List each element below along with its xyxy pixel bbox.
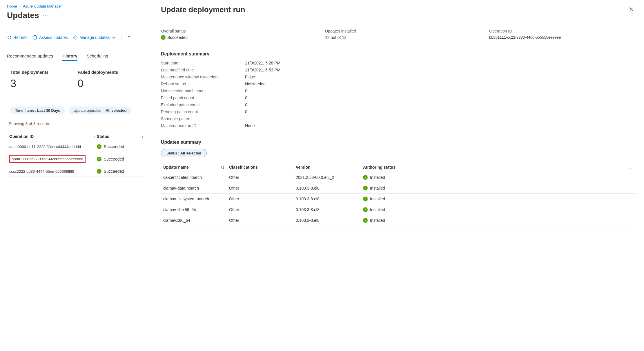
page-title: Updates <box>7 11 39 20</box>
table-row[interactable]: clamav.x86_64Other0.103.3-8.el8Installed <box>161 215 636 226</box>
summary-key: Excluded patch count <box>161 102 245 107</box>
status-filter-label: Status : <box>166 151 180 155</box>
assess-updates-button[interactable]: Assess updates <box>33 35 68 40</box>
summary-key: Schedule pattern <box>161 116 245 121</box>
success-icon <box>363 186 368 190</box>
authoring-status-cell: Installed <box>363 218 636 223</box>
table-row[interactable]: clamav-lib.x86_64Other0.103.3-8.el8Insta… <box>161 204 636 215</box>
breadcrumb-sep: › <box>64 4 65 8</box>
classification-cell: Other <box>229 197 296 201</box>
column-label: Authoring status <box>363 165 396 170</box>
status-filter[interactable]: Status : All selected <box>161 149 207 157</box>
table-row[interactable]: cccc2222-dd33-4444-55ee-666666ffffffSucc… <box>7 166 147 177</box>
summary-value: NotNeeded <box>245 82 636 86</box>
authoring-status-cell: Installed <box>363 197 636 201</box>
tab-history[interactable]: History <box>62 53 77 61</box>
overall-status: Overall status Succeeded <box>161 29 308 40</box>
summary-value: None <box>245 123 636 128</box>
svg-point-2 <box>75 37 76 38</box>
summary-value: False <box>245 75 636 79</box>
kpi-total-value: 3 <box>10 78 48 90</box>
status-cell: Succeeded <box>97 157 143 161</box>
version-cell: 2021.2.50-80.0.el8_2 <box>296 175 363 180</box>
kpi-failed-label: Failed deployments <box>77 70 118 75</box>
close-icon <box>629 7 634 12</box>
success-icon <box>363 207 368 212</box>
manage-updates-button[interactable]: Manage updates <box>73 35 116 40</box>
column-label: Status <box>97 134 109 139</box>
status-text: Succeeded <box>104 169 124 174</box>
classification-cell: Other <box>229 207 296 212</box>
sort-icon: ↑↓ <box>140 134 143 138</box>
breadcrumb-home[interactable]: Home <box>7 4 17 8</box>
operation-id: Operation ID bbbb1111-cc22-3333-44dd-555… <box>489 29 636 40</box>
update-name-cell: clamav-data.noarch <box>161 186 229 190</box>
operation-id-label: Operation ID <box>489 29 636 33</box>
success-icon <box>363 175 368 180</box>
updates-table: Update name↑↓ Classifications↑↓ Version … <box>161 163 636 226</box>
refresh-button[interactable]: Refresh <box>7 35 28 40</box>
column-authoring-status[interactable]: Authoring status↑↓ <box>363 165 636 170</box>
update-name-cell: clamav-filesystem.noarch <box>161 197 229 201</box>
tab-scheduling[interactable]: Scheduling <box>87 53 108 61</box>
summary-value: 0 <box>245 96 636 100</box>
column-label: Version <box>296 165 311 170</box>
summary-key: Reboot status <box>161 82 245 86</box>
success-icon <box>97 157 101 161</box>
table-row[interactable]: bbbb1111-cc22-3333-44dd-555555eeeeeeSucc… <box>7 152 147 166</box>
breadcrumb-service[interactable]: Azure Update Manager <box>23 4 62 8</box>
breadcrumb-sep: › <box>19 4 21 8</box>
column-label: Operation ID <box>9 134 34 139</box>
summary-key: Start time <box>161 61 245 65</box>
sort-icon: ↑↓ <box>627 165 631 170</box>
version-cell: 0.103.3-8.el8 <box>296 197 363 201</box>
status-text: Installed <box>370 175 385 180</box>
tabs: Recommended updates History Scheduling <box>7 53 147 61</box>
status-cell: Succeeded <box>97 144 143 149</box>
kpi-total-label: Total deployments <box>10 70 48 75</box>
summary-value: 0 <box>245 89 636 93</box>
records-count: Showing 3 of 3 records <box>7 121 147 126</box>
status-text: Installed <box>370 197 385 201</box>
column-label: Update name <box>163 165 189 170</box>
sort-icon: ↑↓ <box>220 165 224 170</box>
upload-button[interactable] <box>127 35 131 40</box>
table-row[interactable]: aaaa0000-bb11-2222-33cc-444444ddddddSucc… <box>7 141 147 152</box>
filter-timeframe[interactable]: Time frame : Last 30 Days <box>10 107 65 114</box>
flyout-title: Update deployment run <box>161 5 245 14</box>
update-name-cell: ca-certificates.noarch <box>161 175 229 180</box>
table-row[interactable]: ca-certificates.noarchOther2021.2.50-80.… <box>161 172 636 183</box>
updates-summary-title: Updates summary <box>161 140 636 145</box>
deployment-run-flyout: Update deployment run Overall status Suc… <box>154 0 644 351</box>
classification-cell: Other <box>229 186 296 190</box>
filter-pills: Time frame : Last 30 Days Update operati… <box>7 107 147 114</box>
column-classifications[interactable]: Classifications↑↓ <box>229 165 296 170</box>
close-button[interactable] <box>627 5 636 14</box>
filter-op-value: All selected <box>106 108 126 113</box>
success-icon <box>363 197 368 201</box>
updates-installed-label: Updates installed <box>325 29 472 33</box>
arrow-up-icon <box>127 35 131 40</box>
column-update-name[interactable]: Update name↑↓ <box>161 165 229 170</box>
gear-icon <box>73 35 78 40</box>
version-cell: 0.103.3-8.el8 <box>296 186 363 190</box>
status-text: Installed <box>370 218 385 223</box>
overall-status-value: Succeeded <box>167 35 188 40</box>
sort-icon: ↑↓ <box>93 134 97 138</box>
table-row[interactable]: clamav-data.noarchOther0.103.3-8.el8Inst… <box>161 183 636 194</box>
summary-key: Maintenance run ID <box>161 123 245 128</box>
refresh-label: Refresh <box>13 35 28 40</box>
summary-value: 0 <box>245 109 636 114</box>
column-version[interactable]: Version <box>296 165 363 170</box>
more-actions-icon[interactable]: ··· <box>43 12 49 19</box>
breadcrumb: Home › Azure Update Manager › <box>7 4 147 8</box>
success-icon <box>97 144 101 149</box>
table-row[interactable]: clamav-filesystem.noarchOther0.103.3-8.e… <box>161 194 636 204</box>
summary-value: 11/9/2021, 5:53 PM <box>245 68 636 72</box>
tab-recommended[interactable]: Recommended updates <box>7 53 53 61</box>
column-operation-id[interactable]: Operation ID ↑↓ <box>7 134 97 139</box>
column-status[interactable]: Status ↑↓ <box>97 134 143 139</box>
manage-label: Manage updates <box>79 35 110 40</box>
update-name-cell: clamav.x86_64 <box>161 218 229 223</box>
filter-update-operation[interactable]: Update operation : All selected <box>69 107 131 114</box>
